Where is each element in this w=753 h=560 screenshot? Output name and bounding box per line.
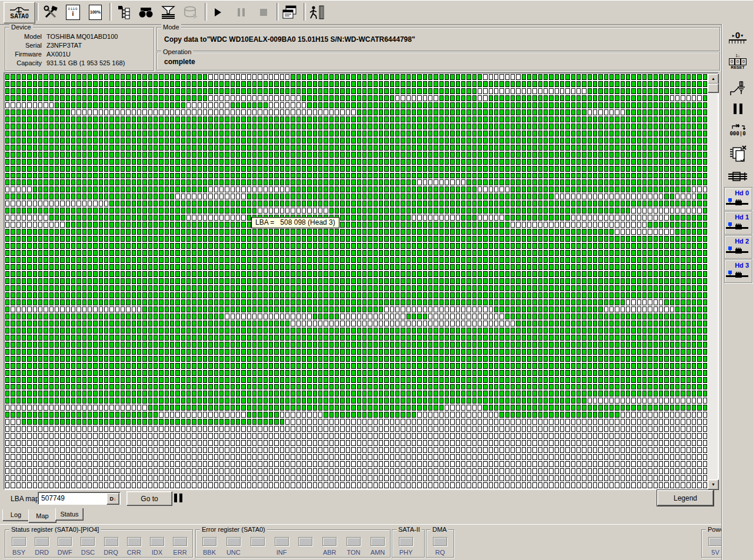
map-cell bbox=[231, 243, 235, 249]
scrollbar-down-button[interactable]: ▼ bbox=[708, 479, 719, 490]
map-cell bbox=[631, 314, 635, 319]
map-cell bbox=[549, 440, 553, 446]
map-cell bbox=[527, 236, 531, 242]
map-cell bbox=[192, 328, 196, 334]
map-cell bbox=[598, 363, 602, 369]
map-cell bbox=[697, 243, 701, 249]
map-cell bbox=[11, 328, 15, 334]
map-pause-indicator[interactable] bbox=[174, 494, 182, 502]
map-cell bbox=[494, 328, 498, 334]
map-cell bbox=[664, 173, 668, 179]
map-cell bbox=[621, 405, 625, 411]
script-button[interactable]: 0110 i bbox=[62, 2, 84, 22]
map-cell bbox=[335, 440, 339, 446]
map-cell bbox=[16, 398, 21, 404]
recalibrate-button[interactable]: ▸0▾ bbox=[722, 31, 753, 44]
map-cell bbox=[186, 271, 191, 277]
map-cell bbox=[137, 384, 141, 390]
map-cell bbox=[659, 173, 663, 179]
map-cell bbox=[390, 81, 394, 87]
map-cell bbox=[351, 74, 355, 80]
lba-input[interactable] bbox=[40, 494, 107, 503]
map-cell bbox=[159, 229, 163, 235]
lba-map-grid[interactable] bbox=[5, 74, 708, 489]
map-cell bbox=[148, 292, 152, 298]
map-cell bbox=[285, 194, 289, 199]
map-cell bbox=[390, 250, 394, 256]
sidebar-pause-button[interactable] bbox=[722, 104, 753, 114]
head-test-button[interactable] bbox=[722, 80, 753, 99]
map-cell bbox=[109, 299, 114, 305]
map-cell bbox=[186, 243, 191, 249]
map-cell bbox=[99, 138, 103, 144]
map-cell bbox=[467, 433, 471, 439]
tools-button[interactable] bbox=[40, 2, 61, 22]
map-cell bbox=[412, 475, 416, 481]
map-cell bbox=[423, 370, 427, 376]
map-cell bbox=[192, 461, 196, 467]
map-cell bbox=[219, 131, 224, 136]
map-cell bbox=[560, 194, 564, 199]
map-cell bbox=[681, 370, 685, 376]
map-scrollbar[interactable]: ▲ ▼ bbox=[708, 74, 718, 489]
map-cell bbox=[121, 440, 125, 446]
tree-view-button[interactable] bbox=[113, 2, 134, 22]
map-cell bbox=[76, 278, 81, 284]
ata-bus-button[interactable] bbox=[722, 171, 753, 182]
map-cell bbox=[472, 236, 477, 242]
windows-button[interactable] bbox=[279, 2, 300, 22]
head-button-hd3[interactable]: Hd 3 bbox=[724, 259, 752, 283]
map-cell bbox=[165, 349, 169, 355]
filter-button[interactable] bbox=[158, 2, 179, 22]
map-cell bbox=[456, 124, 460, 129]
map-cell bbox=[82, 285, 86, 291]
map-cell bbox=[407, 194, 411, 199]
tab-status[interactable]: Status bbox=[55, 508, 84, 521]
head-button-hd0[interactable]: Hd 0 bbox=[724, 187, 752, 211]
map-cell bbox=[450, 335, 454, 341]
map-cell bbox=[412, 250, 416, 256]
map-cell bbox=[544, 321, 548, 326]
map-cell bbox=[483, 81, 487, 87]
map-cell bbox=[192, 102, 196, 108]
map-cell bbox=[467, 222, 471, 228]
head-button-hd1[interactable]: Hd 1 bbox=[724, 211, 752, 235]
scrollbar-thumb[interactable] bbox=[708, 84, 719, 93]
sector-counter-button[interactable]: 000|0 bbox=[722, 124, 753, 136]
map-cell bbox=[499, 257, 504, 263]
map-cell bbox=[126, 152, 130, 158]
map-cell bbox=[252, 95, 256, 101]
legend-button[interactable]: Legend bbox=[657, 490, 714, 506]
port-select-button[interactable]: SATA0 bbox=[4, 2, 35, 24]
map-cell bbox=[664, 159, 668, 165]
map-cell bbox=[38, 138, 42, 144]
tab-log[interactable]: Log bbox=[2, 509, 29, 521]
map-cell bbox=[225, 243, 229, 249]
percent-button[interactable]: 100% bbox=[85, 2, 106, 22]
lba-history-dropdown-button[interactable]: D↓ bbox=[106, 493, 119, 505]
tab-map[interactable]: Map bbox=[28, 509, 56, 523]
exit-button[interactable] bbox=[306, 2, 327, 22]
map-cell bbox=[604, 475, 608, 481]
goto-button[interactable]: Go to bbox=[126, 491, 172, 506]
map-cell bbox=[654, 321, 658, 326]
map-cell bbox=[461, 145, 465, 151]
map-cell bbox=[296, 257, 301, 263]
map-cell bbox=[560, 398, 564, 404]
map-cell bbox=[252, 405, 256, 411]
scrollbar-up-button[interactable]: ▲ bbox=[708, 74, 719, 84]
map-cell bbox=[324, 412, 328, 418]
map-cell bbox=[280, 363, 284, 369]
start-button[interactable] bbox=[207, 2, 228, 22]
map-cell bbox=[126, 109, 130, 115]
map-cell bbox=[346, 349, 350, 355]
map-cell bbox=[165, 299, 169, 305]
head-button-hd2[interactable]: Hd 2 bbox=[724, 235, 752, 259]
clear-buffers-button[interactable] bbox=[722, 145, 753, 165]
reset-counter-button[interactable]: 1↓ 000 RESET bbox=[722, 54, 753, 70]
map-cell bbox=[231, 440, 235, 446]
search-button[interactable] bbox=[135, 2, 156, 22]
map-cell bbox=[219, 349, 224, 355]
map-cell bbox=[175, 131, 179, 136]
map-cell bbox=[499, 412, 504, 418]
